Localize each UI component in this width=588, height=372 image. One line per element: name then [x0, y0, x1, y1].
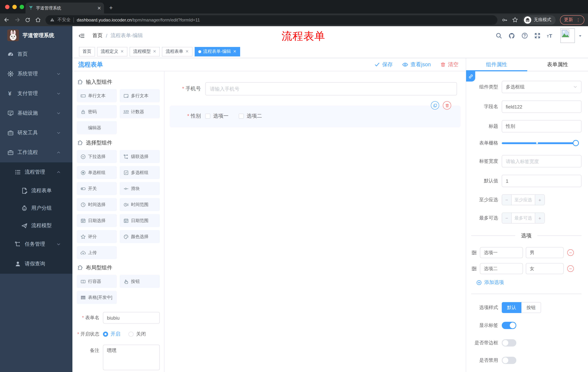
fullscreen-icon[interactable] [534, 32, 541, 39]
field-name-input[interactable] [502, 100, 581, 113]
sidebar-subitem-0[interactable]: 流程管理 [0, 162, 73, 182]
canvas-field-gender-selected[interactable]: 性别 选项一选项二 [169, 106, 461, 128]
avatar[interactable] [560, 28, 575, 43]
new-tab-button[interactable]: + [109, 4, 113, 12]
minus-button[interactable]: − [502, 213, 512, 223]
component-calendarrange[interactable]: 日期范围 [120, 214, 160, 227]
label-width-input[interactable] [502, 155, 581, 167]
toggle-switch[interactable] [502, 339, 516, 347]
form-remark-textarea[interactable]: 嘿嘿 [103, 345, 160, 370]
copy-field-button[interactable] [431, 101, 439, 110]
component-checkbox[interactable]: 多选框组 [120, 166, 160, 179]
save-button[interactable]: 保存 [375, 61, 393, 68]
forward-icon[interactable] [14, 17, 20, 23]
properties-tab-0[interactable]: 组件属性 [466, 58, 527, 71]
breadcrumb-home[interactable]: 首页 [92, 32, 103, 39]
properties-tab-1[interactable]: 表单属性 [527, 58, 588, 71]
collapse-menu-icon[interactable] [78, 32, 85, 39]
remove-option-button[interactable]: − [567, 265, 574, 272]
sidebar-item-5[interactable]: 工作流程 [0, 143, 73, 162]
page-tab-4[interactable]: 流程表单-编辑✕ [194, 47, 240, 56]
delete-field-button[interactable] [443, 101, 451, 110]
form-name-input[interactable] [103, 312, 160, 324]
component-calendar[interactable]: 日期选择 [77, 214, 117, 227]
canvas-checkbox-0[interactable]: 选项一 [205, 113, 229, 119]
component-select[interactable]: 下拉选择 [77, 150, 117, 163]
password-key-icon[interactable] [502, 17, 508, 23]
component-slider[interactable]: 滑块 [120, 182, 160, 195]
component-radio[interactable]: 单选框组 [77, 166, 117, 179]
sidebar-subitem-1[interactable]: 流程表单 [0, 182, 73, 200]
component-click[interactable]: 按钮 [120, 275, 160, 288]
update-button[interactable]: 更新 ⋮ [560, 15, 584, 25]
close-window-button[interactable] [5, 5, 10, 9]
title-input[interactable] [502, 120, 581, 132]
zoom-window-button[interactable] [20, 5, 24, 9]
sidebar-item-2[interactable]: ¥支付管理 [0, 84, 73, 103]
status-radio-0[interactable]: 开启 [103, 331, 120, 337]
sidebar-item-3[interactable]: 基础设施 [0, 103, 73, 123]
plus-button[interactable]: + [535, 195, 544, 205]
sidebar-subitem-3[interactable]: 流程模型 [0, 217, 73, 234]
sidebar-item-0[interactable]: 首页 [0, 44, 73, 64]
bookmark-star-icon[interactable] [512, 17, 518, 23]
design-canvas[interactable]: 手机号 性别 选项一选项二 [165, 71, 466, 372]
component-none[interactable]: 编辑器 [77, 121, 117, 134]
option-value-input[interactable] [526, 247, 564, 258]
page-tab-1[interactable]: 流程定义✕ [97, 47, 127, 56]
clear-button[interactable]: 清空 [440, 61, 459, 68]
reload-icon[interactable] [25, 17, 31, 23]
option-style-1[interactable]: 按钮 [521, 302, 541, 313]
add-option-button[interactable]: 添加选项 [476, 279, 581, 286]
sidebar-item-1[interactable]: 系统管理 [0, 64, 73, 84]
window-controls[interactable] [5, 5, 24, 9]
max-select-stepper[interactable]: − 最多可选 + [502, 213, 545, 223]
home-icon[interactable] [35, 17, 41, 23]
min-select-stepper[interactable]: − 至少应选 + [502, 194, 545, 205]
phone-input[interactable] [205, 82, 457, 95]
remove-option-button[interactable]: − [567, 249, 574, 256]
option-label-input[interactable] [480, 263, 523, 274]
search-icon[interactable] [496, 32, 502, 39]
close-icon[interactable]: ✕ [233, 49, 236, 54]
browser-menu-icon[interactable]: ⋮ [576, 17, 580, 22]
close-icon[interactable]: ✕ [120, 49, 124, 54]
component-palette[interactable]: 颜色选择 [120, 230, 160, 243]
status-radio-1[interactable]: 关闭 [128, 331, 146, 337]
component-cascade[interactable]: 级联选择 [120, 150, 160, 163]
link-tag[interactable] [466, 71, 475, 82]
component-upload[interactable]: 上传 [77, 246, 117, 259]
component-counter[interactable]: 123计数器 [120, 105, 160, 118]
chevron-down-icon[interactable] [578, 34, 582, 38]
sidebar-subitem-2[interactable]: 用户分组 [0, 200, 73, 217]
minus-button[interactable]: − [502, 195, 512, 205]
page-tab-0[interactable]: 首页 [79, 47, 95, 56]
help-icon[interactable] [521, 32, 528, 39]
component-lock[interactable]: 密码 [77, 105, 117, 118]
component-rowbox[interactable]: 行容器 [77, 275, 117, 288]
component-textarea[interactable]: 多行文本 [120, 89, 160, 102]
component-type-select[interactable]: 多选框组 [502, 81, 581, 93]
toggle-switch[interactable] [502, 357, 516, 364]
back-icon[interactable] [4, 17, 10, 23]
page-tab-3[interactable]: 流程表单✕ [162, 47, 192, 56]
sidebar-subitem-5[interactable]: 请假查询 [0, 254, 73, 274]
slider-handle[interactable] [573, 140, 579, 146]
component-clock[interactable]: 时间选择 [77, 198, 117, 211]
view-json-button[interactable]: 查看json [402, 61, 431, 68]
github-icon[interactable] [508, 32, 515, 39]
address-bar[interactable]: 不安全 dashboard.yudao.iocoder.cn/bpm/manag… [45, 15, 497, 25]
page-tab-2[interactable]: 流程模型✕ [129, 47, 160, 56]
sidebar-subitem-4[interactable]: 任务管理 [0, 234, 73, 254]
canvas-field-phone[interactable]: 手机号 [173, 82, 457, 95]
close-tab-icon[interactable]: ✕ [97, 5, 101, 11]
minimize-window-button[interactable] [12, 5, 17, 9]
component-table[interactable]: 表格[开发中] [77, 291, 117, 304]
sidebar-item-4[interactable]: 研发工具 [0, 123, 73, 143]
toggle-switch[interactable] [502, 322, 516, 329]
component-switch[interactable]: 开关 [77, 182, 117, 195]
close-icon[interactable]: ✕ [153, 49, 156, 54]
component-star[interactable]: 评分 [77, 230, 117, 243]
option-style-0[interactable]: 默认 [502, 302, 521, 313]
font-size-icon[interactable]: TT [547, 33, 554, 39]
